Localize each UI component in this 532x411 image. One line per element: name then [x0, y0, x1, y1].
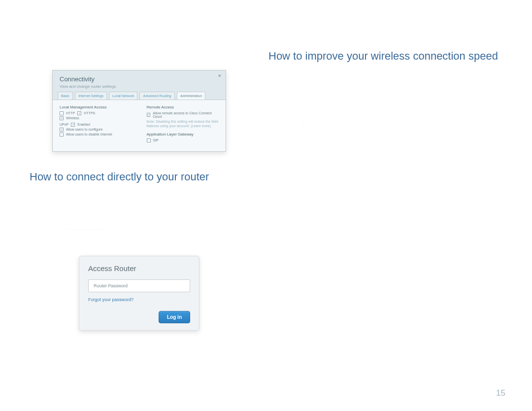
heading-connect-directly: How to connect directly to your router — [30, 170, 249, 184]
decorative-glyph-row-single: › — [30, 157, 249, 163]
page-number: 15 — [496, 388, 505, 398]
wireless-label: Wireless — [66, 116, 79, 120]
router-password-input[interactable]: Router Password — [88, 279, 190, 292]
tab-basic: Basic — [58, 92, 73, 100]
access-router-dialog: Access Router Router Password Forgot you… — [79, 256, 200, 331]
checkbox-wireless: ✓ — [60, 116, 64, 120]
connectivity-tabs: Basic Internet Settings Local Network Ad… — [53, 92, 226, 100]
close-icon: ✕ — [218, 73, 222, 78]
upnp-value: Enabled — [77, 123, 90, 126]
login-button[interactable]: Log in — [159, 311, 190, 323]
checkbox-upnp-disable — [60, 133, 64, 137]
upnp-label: UPnP — [60, 123, 68, 126]
local-management-header: Local Management Access — [60, 105, 132, 109]
checkbox-remote: ✓ — [147, 113, 151, 117]
checkbox-sip — [147, 138, 151, 142]
checkbox-upnp: ✓ — [71, 123, 75, 127]
decorative-glyph-rows-mid: › › › ›› í ———————›—— ›› › — [30, 188, 249, 245]
remote-note: Note: Disabling this setting will reduce… — [147, 119, 219, 128]
forgot-password-link[interactable]: Forgot your password? — [88, 297, 190, 302]
connectivity-title: Connectivity — [60, 75, 219, 83]
connectivity-subtitle: View and change router settings — [60, 84, 219, 89]
checkbox-http — [60, 111, 64, 115]
decorative-glyph-rows-right: ›› › • › • ›› › › • › › § › › › › ›› • ›… — [268, 68, 502, 207]
tab-internet-settings: Internet Settings — [75, 92, 107, 100]
connectivity-screenshot: ✕ Connectivity View and change router se… — [52, 70, 226, 152]
http-label: HTTP — [66, 111, 75, 115]
heading-improve-wireless: How to improve your wireless connection … — [268, 49, 502, 63]
remote-access-header: Remote Access — [147, 105, 219, 109]
upnp-opt1: Allow users to configure — [66, 128, 102, 131]
tab-local-network: Local Network — [109, 92, 137, 100]
sip-label: SIP — [153, 138, 159, 142]
decorative-glyph-row-post: › — [30, 336, 249, 342]
alg-header: Application Layer Gateway — [147, 132, 219, 137]
tab-administration: Administration — [177, 92, 205, 100]
remote-label: Allow remote access to Cisco Connect Clo… — [153, 111, 219, 118]
tab-advanced-routing: Advanced Routing — [139, 92, 174, 100]
decorative-glyph-rows-top: › › › › › › — [30, 49, 249, 62]
upnp-opt2: Allow users to disable Internet — [66, 133, 112, 136]
checkbox-https: ✓ — [77, 111, 81, 115]
checkbox-upnp-config: ✓ — [60, 128, 64, 132]
https-label: HTTPS — [84, 111, 95, 115]
access-router-title: Access Router — [88, 264, 190, 273]
